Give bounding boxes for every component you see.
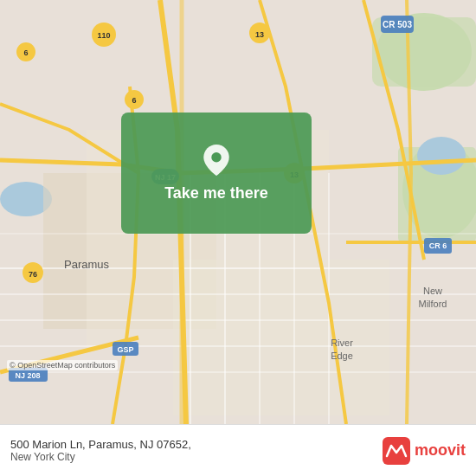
- svg-text:110: 110: [97, 31, 110, 40]
- svg-text:CR 503: CR 503: [383, 20, 412, 29]
- moovit-logo: moovit: [383, 437, 466, 465]
- svg-text:13: 13: [255, 30, 264, 39]
- svg-text:CR 6: CR 6: [429, 241, 447, 250]
- svg-text:Paramus: Paramus: [64, 258, 110, 271]
- moovit-icon: [383, 437, 410, 465]
- take-me-there-button-label: Take me there: [164, 184, 268, 203]
- svg-text:GSP: GSP: [117, 345, 133, 354]
- svg-point-48: [211, 152, 221, 162]
- svg-text:76: 76: [29, 270, 37, 279]
- take-me-there-panel[interactable]: Take me there: [121, 113, 312, 234]
- svg-text:Milford: Milford: [418, 299, 447, 309]
- svg-text:New: New: [423, 286, 442, 296]
- footer-bar: 500 Marion Ln, Paramus, NJ 07652, New Yo…: [0, 424, 476, 476]
- map-container: CR 503 CR 6 NJ 17 110 13 13 6 6 76 GSP N…: [0, 0, 476, 424]
- location-pin-icon: [201, 145, 232, 176]
- svg-text:Edge: Edge: [331, 351, 353, 361]
- svg-point-6: [417, 137, 466, 175]
- moovit-brand-name: moovit: [415, 441, 466, 460]
- svg-rect-9: [173, 260, 389, 415]
- osm-credit: © OpenStreetMap contributors: [7, 360, 118, 370]
- svg-text:6: 6: [23, 48, 28, 57]
- svg-text:NJ 208: NJ 208: [15, 371, 40, 380]
- svg-text:River: River: [331, 338, 353, 348]
- svg-text:6: 6: [132, 96, 136, 105]
- address-line1: 500 Marion Ln, Paramus, NJ 07652,: [10, 438, 191, 451]
- address-line2: New York City: [10, 451, 191, 463]
- address-block: 500 Marion Ln, Paramus, NJ 07652, New Yo…: [10, 438, 191, 463]
